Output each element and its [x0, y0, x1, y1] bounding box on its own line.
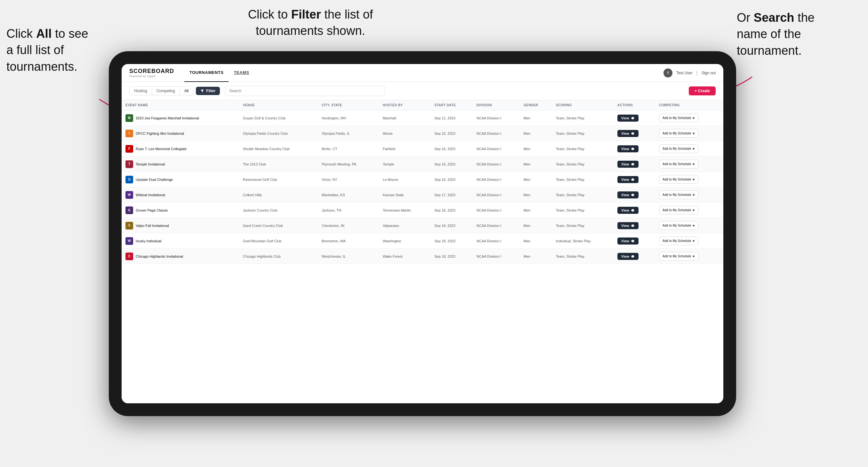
cell-city-state: Jackson, TN [318, 203, 379, 218]
cell-city-state: Victor, NY [318, 172, 379, 187]
cell-division: NCAA Division I [473, 172, 520, 187]
tab-teams[interactable]: TEAMS [228, 64, 254, 82]
cell-division: NCAA Division I [473, 126, 520, 141]
view-button[interactable]: View [617, 130, 639, 137]
signout-link[interactable]: Sign out [702, 71, 716, 75]
team-logo: U [125, 176, 133, 183]
view-button[interactable]: View [617, 207, 639, 214]
cell-competing: Add to My Schedule + [655, 203, 723, 218]
table-row: W Husky Individual Gold Mountain Golf Cl… [122, 234, 723, 249]
view-button[interactable]: View [617, 238, 639, 245]
add-schedule-button[interactable]: Add to My Schedule + [659, 221, 699, 230]
cell-competing: Add to My Schedule + [655, 187, 723, 203]
cell-event-name: G Grover Page Classic [122, 203, 239, 218]
event-name-text: Chicago Highlands Invitational [136, 254, 183, 258]
cell-venue: Olympia Fields Country Club [239, 126, 318, 141]
event-name-text: Wildcat Invitational [136, 193, 165, 197]
cell-division: NCAA Division I [473, 187, 520, 203]
eye-icon [631, 116, 635, 120]
nav-tabs: TOURNAMENTS TEAMS [184, 64, 663, 82]
cell-venue: Jackson Country Club [239, 203, 318, 218]
view-button[interactable]: View [617, 115, 639, 122]
team-logo: F [125, 145, 133, 153]
add-schedule-button[interactable]: Add to My Schedule + [659, 206, 699, 214]
cell-hosted-by: Washington [379, 234, 431, 249]
add-schedule-button[interactable]: Add to My Schedule + [659, 237, 699, 245]
add-schedule-button[interactable]: Add to My Schedule + [659, 160, 699, 168]
svg-point-1 [632, 118, 633, 119]
table-row: V Valpo Fall Invitational Sand Creek Cou… [122, 218, 723, 234]
avatar: T [663, 68, 673, 77]
create-button[interactable]: + Create [689, 86, 716, 95]
cell-venue: Guyan Golf & Country Club [239, 111, 318, 126]
cell-event-name: M 2023 Joe Feaganes Marshall Invitationa… [122, 111, 239, 126]
search-input[interactable] [225, 86, 385, 96]
svg-point-8 [632, 225, 633, 226]
cell-competing: Add to My Schedule + [655, 234, 723, 249]
table-row: U Upstate Dual Challenge Ravenwood Golf … [122, 172, 723, 187]
cell-division: NCAA Division I [473, 141, 520, 157]
team-logo: V [125, 222, 133, 229]
cell-event-name: I OFCC Fighting Illini Invitational [122, 126, 239, 141]
event-name-text: Husky Individual [136, 239, 161, 243]
cell-event-name: W Wildcat Invitational [122, 187, 239, 203]
toolbar: Hosting Competing All Filter + Create [122, 82, 723, 100]
add-schedule-button[interactable]: Add to My Schedule + [659, 114, 699, 122]
all-tab[interactable]: All [180, 87, 193, 95]
table-row: G Grover Page Classic Jackson Country Cl… [122, 203, 723, 218]
table-row: C Chicago Highlands Invitational Chicago… [122, 249, 723, 264]
hosting-tab[interactable]: Hosting [130, 87, 152, 95]
cell-city-state: Olympia Fields, IL [318, 126, 379, 141]
cell-city-state: Manhattan, KS [318, 187, 379, 203]
cell-hosted-by: Fairfield [379, 141, 431, 157]
cell-city-state: Westchester, IL [318, 249, 379, 264]
col-competing: COMPETING [655, 100, 723, 111]
cell-hosted-by: Valparaiso [379, 218, 431, 234]
cell-division: NCAA Division I [473, 249, 520, 264]
cell-start-date: Sep 18, 2023 [431, 203, 472, 218]
col-city-state: CITY, STATE [318, 100, 379, 111]
cell-hosted-by: Illinois [379, 126, 431, 141]
cell-hosted-by: Le Moyne [379, 172, 431, 187]
cell-competing: Add to My Schedule + [655, 111, 723, 126]
team-logo: W [125, 191, 133, 199]
cell-scoring: Team, Stroke Play [552, 203, 614, 218]
table-container: EVENT NAME VENUE CITY, STATE HOSTED BY S… [122, 100, 723, 403]
filter-button[interactable]: Filter [196, 87, 220, 95]
team-logo: W [125, 237, 133, 245]
eye-icon [631, 147, 635, 151]
table-row: T Temple Invitational The 1912 Club Plym… [122, 157, 723, 172]
tab-tournaments[interactable]: TOURNAMENTS [184, 64, 228, 82]
add-schedule-button[interactable]: Add to My Schedule + [659, 190, 699, 199]
view-button[interactable]: View [617, 191, 639, 198]
view-button[interactable]: View [617, 176, 639, 183]
add-schedule-button[interactable]: Add to My Schedule + [659, 252, 699, 260]
competing-tab[interactable]: Competing [152, 87, 180, 95]
col-gender: GENDER [520, 100, 552, 111]
filter-tab-group: Hosting Competing All [129, 86, 193, 95]
cell-competing: Add to My Schedule + [655, 126, 723, 141]
team-logo: T [125, 160, 133, 168]
svg-point-4 [632, 163, 633, 165]
view-button[interactable]: View [617, 145, 639, 152]
col-event-name: EVENT NAME [122, 100, 239, 111]
cell-gender: Men [520, 203, 552, 218]
header-right: T Test User | Sign out [663, 68, 716, 77]
view-button[interactable]: View [617, 253, 639, 260]
cell-competing: Add to My Schedule + [655, 141, 723, 157]
cell-scoring: Team, Stroke Play [552, 249, 614, 264]
team-logo: I [125, 130, 133, 137]
view-button[interactable]: View [617, 222, 639, 229]
cell-city-state: Huntington, WV [318, 111, 379, 126]
cell-actions: View [614, 141, 655, 157]
cell-gender: Men [520, 157, 552, 172]
event-name-text: Grover Page Classic [136, 208, 168, 212]
cell-actions: View [614, 249, 655, 264]
add-schedule-button[interactable]: Add to My Schedule + [659, 129, 699, 137]
add-schedule-button[interactable]: Add to My Schedule + [659, 175, 699, 184]
view-button[interactable]: View [617, 161, 639, 168]
logo-text: SCOREBOARD [129, 68, 174, 74]
event-name-text: Temple Invitational [136, 162, 165, 166]
table-row: F Ryan T. Lee Memorial Collegiate Shuttl… [122, 141, 723, 157]
add-schedule-button[interactable]: Add to My Schedule + [659, 144, 699, 153]
